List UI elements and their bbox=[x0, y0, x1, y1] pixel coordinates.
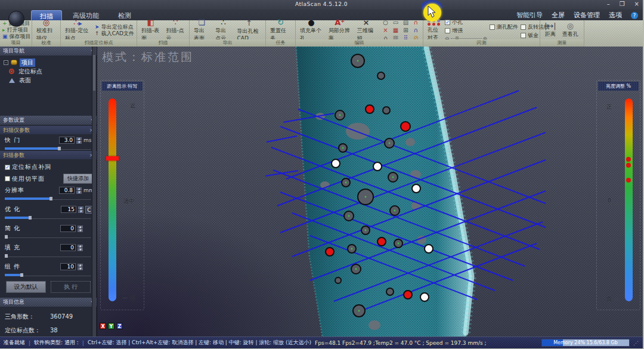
tree-item-project[interactable]: – 项目 bbox=[4, 58, 95, 67]
ribbon-group-export: ❏ 导出表面 ∴ 导出点云 ↑ 导出孔检CAD 导出 bbox=[190, 20, 266, 47]
app-window: AtlaScan 4.5.12.0 – ❐ × 扫描 高级功能 检测 智能引导 … bbox=[0, 0, 644, 349]
load-cad-button[interactable]: ↑ 载入CAD文件 bbox=[95, 30, 134, 36]
axis-z-button[interactable]: Z bbox=[116, 323, 123, 329]
export-targets-button[interactable]: ➤ 导出定位标点 bbox=[95, 24, 134, 30]
hole-align-icon bbox=[428, 19, 441, 26]
edit-tool-icon[interactable]: × bbox=[381, 27, 390, 34]
minimize-button[interactable]: – bbox=[607, 1, 610, 7]
optimize-stepper[interactable]: ▲▼ bbox=[78, 206, 83, 213]
optimize-slider[interactable] bbox=[5, 216, 91, 219]
view-hole-button[interactable]: ◎ 查看孔 bbox=[561, 22, 580, 38]
fill-stepper[interactable]: ▲▼ bbox=[78, 245, 83, 251]
menu-fullscreen[interactable]: 全屏 bbox=[552, 11, 565, 20]
reset-task-button[interactable]: ↻ 重置任务 bbox=[268, 18, 293, 42]
shutter-label: 快 门 bbox=[5, 136, 57, 144]
menu-device-management[interactable]: 设备管理 bbox=[574, 11, 600, 20]
scan-surface-icon: ◧ bbox=[147, 18, 154, 26]
tree-item-surface[interactable]: 表面 bbox=[4, 76, 95, 85]
export-arrow-icon: ➤ bbox=[95, 24, 100, 30]
params-header[interactable]: 参数设置▾ bbox=[0, 116, 97, 125]
distance-indicator-title: 距离指示 特写 bbox=[102, 82, 143, 91]
edit-tool-icon[interactable]: ▭ bbox=[391, 19, 400, 26]
scanned-mesh[interactable] bbox=[97, 47, 643, 337]
status-ready: 准备就绪 bbox=[4, 339, 25, 347]
label-mid: 适中 bbox=[123, 197, 134, 205]
execute-button[interactable]: 执 行 bbox=[51, 281, 91, 293]
hole-align-button[interactable]: 孔位对齐 bbox=[426, 19, 442, 42]
edit-3d-button[interactable]: × 三维编辑 bbox=[355, 18, 377, 42]
tree-expander-icon[interactable]: – bbox=[4, 60, 8, 65]
axis-y-button[interactable]: Y bbox=[108, 323, 114, 329]
edit-tool-icon[interactable]: ○ bbox=[381, 19, 390, 26]
scan-surface-button[interactable]: ◧ 扫描-表面 bbox=[140, 18, 162, 42]
open-project-button[interactable]: ▸ 打开项目 bbox=[2, 27, 31, 33]
project-nav-header[interactable]: 项目导航▾ bbox=[0, 47, 97, 55]
save-project-button[interactable]: ▣ 保存项目 bbox=[2, 34, 31, 40]
menu-options[interactable]: 选项 bbox=[609, 11, 622, 20]
edit-tool-icon[interactable]: ∩ bbox=[411, 19, 420, 26]
shutter-stepper[interactable]: ▲▼ bbox=[76, 137, 82, 144]
scan-targets-button[interactable]: ∴▶ 扫描-定位标点 bbox=[63, 18, 92, 42]
axis-indicator[interactable]: X Y Z bbox=[100, 323, 123, 329]
up-arrow-icon: ↑ bbox=[246, 19, 252, 27]
letter-a-plus-icon: A⁺ bbox=[335, 18, 345, 26]
distance-button[interactable]: |↔| 距离 bbox=[543, 22, 558, 38]
scan-pointcloud-button[interactable]: ∵ 扫描-点云 bbox=[165, 18, 187, 42]
edit-tool-icon[interactable]: ▦ bbox=[391, 27, 400, 34]
fill-targets-checkbox[interactable] bbox=[5, 165, 10, 170]
memory-meter: Memory 24% 15.6/63.8 Gb bbox=[541, 339, 630, 347]
fill-input[interactable]: 0 bbox=[60, 244, 76, 251]
status-bar: 准备就绪 | 软件狗类型: 通用 : | Ctrl+左键: 选择 | Ctrl+… bbox=[0, 336, 643, 348]
edit-tool-icon[interactable]: ∩ bbox=[411, 27, 420, 34]
calibrate-scanner-button[interactable]: ◎ 校准扫描仪 bbox=[35, 18, 58, 42]
component-stepper[interactable]: ▲▼ bbox=[78, 264, 83, 270]
export-surface-button[interactable]: ❏ 导出表面 bbox=[192, 18, 211, 42]
viewport-3d[interactable]: 模式：标准范围 距离指示 特写 —近 适中 —远 亮度调整 % 正— 0 负— … bbox=[97, 47, 643, 337]
point-cloud-icon: ∵ bbox=[173, 18, 178, 26]
fill-single-hole-button[interactable]: ● 填充单个孔 bbox=[298, 18, 324, 42]
export-holecad-button[interactable]: ↑ 导出孔检CAD bbox=[236, 19, 263, 41]
hole-fitting-checkbox[interactable]: 测孔配件 bbox=[490, 24, 518, 30]
scan-params-header[interactable]: 扫描参数× bbox=[0, 151, 97, 159]
small-hole-checkbox[interactable]: 小孔 bbox=[445, 19, 487, 26]
tree-item-targets[interactable]: 定位标点 bbox=[4, 67, 95, 76]
simplify-stepper[interactable]: ▲▼ bbox=[78, 226, 83, 232]
resize-grip-icon[interactable]: ⋰ bbox=[633, 340, 639, 346]
edit-tool-icon[interactable]: ▤ bbox=[401, 19, 410, 26]
info-targets: 定位标点数：38 bbox=[5, 323, 92, 337]
ribbon: + 新建项目 ▸ 打开项目 ▣ 保存项目 项目 ◎ 校准扫描仪 校准 ∴▶ 扫描… bbox=[0, 20, 643, 47]
resolution-input[interactable]: 0.8 bbox=[59, 187, 75, 194]
export-pointcloud-button[interactable]: ∴ 导出点云 bbox=[213, 18, 233, 42]
maximize-button[interactable]: ❐ bbox=[620, 1, 625, 7]
simplify-slider[interactable] bbox=[5, 235, 91, 238]
set-default-button[interactable]: 设为默认 bbox=[6, 281, 46, 293]
shutter-input[interactable]: 3.0 bbox=[59, 137, 75, 144]
axis-x-button[interactable]: X bbox=[100, 323, 106, 329]
ribbon-empty-area bbox=[584, 20, 643, 47]
project-info-header[interactable]: 项目信息▾ bbox=[0, 298, 97, 307]
component-input[interactable]: 10 bbox=[60, 263, 76, 270]
resolution-stepper[interactable]: ▲▼ bbox=[76, 187, 82, 194]
simplify-input[interactable]: 0 bbox=[60, 225, 76, 232]
target-dots-icon: ∴▶ bbox=[73, 18, 82, 26]
help-icon[interactable]: ? bbox=[631, 12, 638, 19]
app-logo-button[interactable] bbox=[8, 11, 24, 27]
optimize-input[interactable]: 15 bbox=[61, 206, 76, 213]
scanner-params-header[interactable]: 扫描仪参数× bbox=[0, 126, 97, 134]
label-far: —远 bbox=[122, 294, 135, 302]
use-plane-checkbox[interactable] bbox=[5, 176, 10, 181]
menu-smart-guide[interactable]: 智能引导 bbox=[516, 11, 543, 20]
resolution-slider[interactable] bbox=[5, 197, 91, 200]
ribbon-group-edit: ● 填充单个孔 A⁺ 局部分辨率 × 三维编辑 ○▭▤∩×▦⊞∩⌂▥⠿⊘ 编辑 bbox=[296, 20, 423, 47]
edit-tool-icon[interactable]: ⊞ bbox=[401, 27, 410, 34]
quick-add-button[interactable]: 快捷添加 bbox=[63, 174, 93, 184]
fill-slider[interactable] bbox=[5, 254, 91, 257]
enhance-checkbox[interactable]: 增强 bbox=[445, 27, 487, 34]
selection-tools-grid[interactable]: ○▭▤∩×▦⊞∩⌂▥⠿⊘ bbox=[381, 19, 420, 42]
local-resolution-button[interactable]: A⁺ 局部分辨率 bbox=[327, 18, 353, 42]
component-slider[interactable] bbox=[5, 273, 91, 276]
sidebar-scrollbar[interactable] bbox=[92, 47, 96, 336]
tab-inspect[interactable]: 检测 bbox=[110, 10, 140, 20]
close-button[interactable]: × bbox=[634, 1, 639, 7]
shutter-slider[interactable] bbox=[5, 147, 91, 150]
